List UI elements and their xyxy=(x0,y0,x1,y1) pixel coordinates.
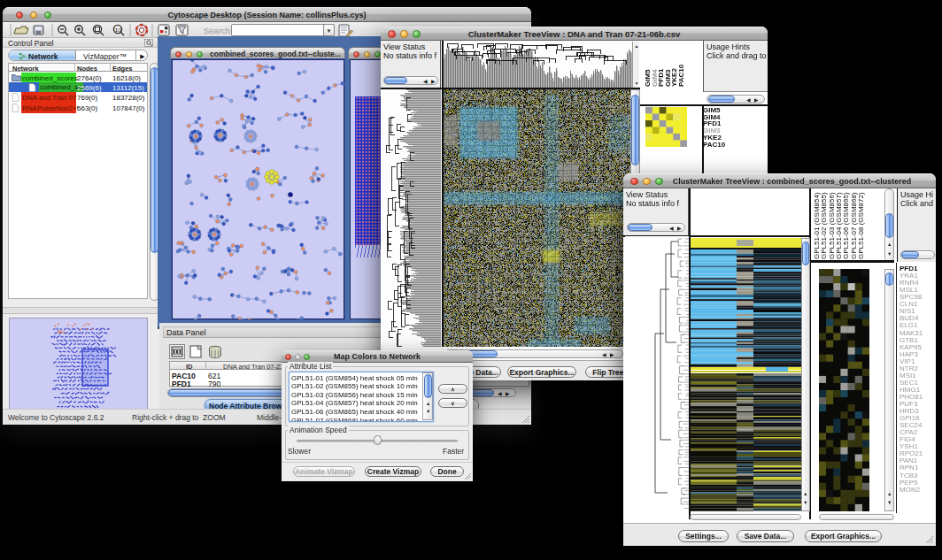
svg-text:1:1: 1:1 xyxy=(115,27,121,33)
